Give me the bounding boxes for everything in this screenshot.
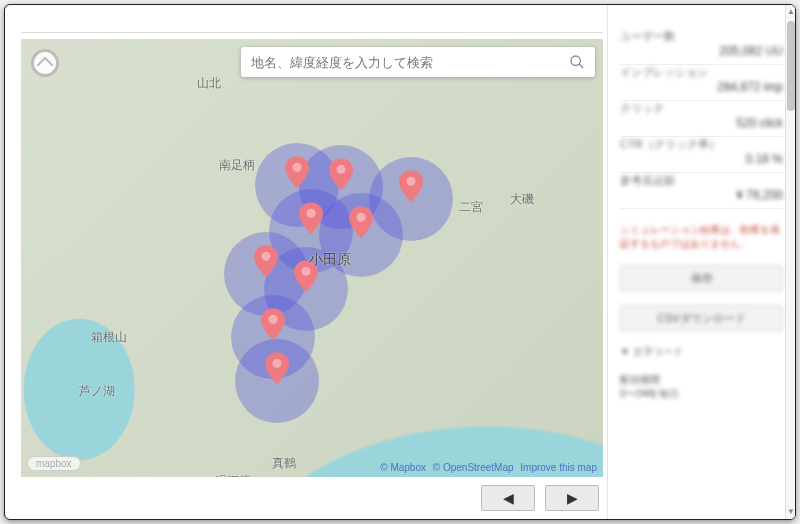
map-place-label: 湯河原 [215,473,251,477]
mapbox-logo: mapbox [27,456,81,471]
charset-expand[interactable]: ▼ 文字コード [620,345,783,359]
save-button[interactable]: 保存 [620,265,783,291]
map-pin-icon[interactable] [285,156,309,188]
stat-row: CTR（クリック率）0.18 % [620,137,783,173]
map-pagination: ◀ ▶ [21,477,603,515]
map-place-label: 芦ノ湖 [79,383,115,400]
search-input[interactable] [251,55,569,70]
map-pin-icon[interactable] [265,352,289,384]
stat-row: 参考見込額¥ 78,200 [620,173,783,209]
svg-line-10 [579,64,583,68]
stat-label: 参考見込額 [620,173,783,188]
map-place-label: 大磯 [510,191,534,208]
stat-value: 0.18 % [620,152,783,166]
next-button[interactable]: ▶ [545,485,599,511]
map-place-label: 箱根山 [91,329,127,346]
map-pin-icon[interactable] [254,245,278,277]
map-place-label: 南足柄 [219,157,255,174]
map-search-box[interactable] [241,47,595,77]
csv-download-button[interactable]: CSVダウンロード [620,305,783,331]
scroll-thumb[interactable] [787,21,795,111]
attrib-mapbox[interactable]: © Mapbox [380,462,426,473]
stat-row: クリック520 click [620,101,783,137]
attrib-osm[interactable]: © OpenStreetMap [433,462,514,473]
section-label: 配信期間 [620,373,783,387]
map-canvas[interactable]: 山北南足柄大磯二宮小田原箱根山真鶴湯河原芦ノ湖 mapbox © Mapbox … [21,39,603,477]
attrib-improve[interactable]: Improve this map [520,462,597,473]
map-attribution: © Mapbox © OpenStreetMap Improve this ma… [376,462,597,473]
scroll-up-icon[interactable]: ▲ [786,7,796,17]
map-pin-icon[interactable] [349,206,373,238]
stat-value: 284,872 imp [620,80,783,94]
svg-point-4 [357,213,366,222]
map-pin-icon[interactable] [294,260,318,292]
svg-point-0 [293,163,302,172]
stat-value: ¥ 78,200 [620,188,783,202]
stat-label: CTR（クリック率） [620,137,783,152]
map-pin-icon[interactable] [399,170,423,202]
stat-label: インプレッション [620,65,783,80]
svg-point-2 [407,177,416,186]
svg-point-5 [262,252,271,261]
stat-value: 205,082 UU [620,44,783,58]
map-place-label: 真鶴 [272,455,296,472]
svg-point-9 [571,56,580,65]
map-pin-icon[interactable] [329,158,353,190]
svg-point-8 [273,359,282,368]
map-place-label: 二宮 [459,199,483,216]
prev-button[interactable]: ◀ [481,485,535,511]
compass-control[interactable] [31,49,59,77]
svg-point-7 [269,315,278,324]
vertical-scrollbar[interactable]: ▲ ▼ [785,5,795,519]
stat-row: ユーザー数205,082 UU [620,29,783,65]
stats-sidebar: ユーザー数205,082 UUインプレッション284,872 impクリック52… [607,5,795,519]
stat-value: 520 click [620,116,783,130]
section-value: 0〜24時 毎日 [620,387,783,401]
map-pin-icon[interactable] [261,308,285,340]
stat-label: ユーザー数 [620,29,783,44]
map-place-label: 山北 [197,75,221,92]
svg-point-6 [302,267,311,276]
svg-point-3 [307,209,316,218]
browser-url-bar [21,17,603,33]
stat-label: クリック [620,101,783,116]
simulation-note: シミュレーション結果は、効果を保証するものではありません。 [620,223,783,251]
search-icon[interactable] [569,54,585,70]
svg-point-1 [337,165,346,174]
stat-row: インプレッション284,872 imp [620,65,783,101]
scroll-down-icon[interactable]: ▼ [786,507,796,517]
map-pin-icon[interactable] [299,202,323,234]
